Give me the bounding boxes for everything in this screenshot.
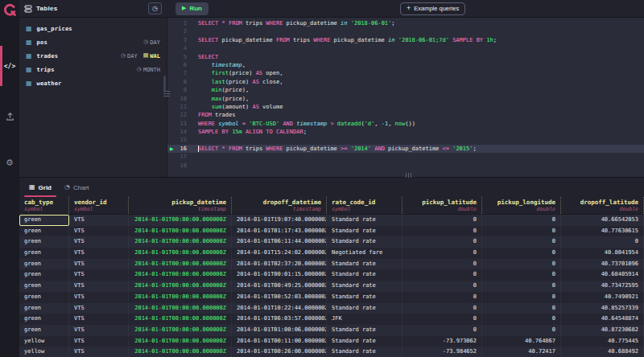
run-button[interactable]: ▶ Run [175, 2, 208, 15]
grid-cell[interactable]: 2014-01-01T01:17:43.000000Z [232, 226, 327, 237]
grid-cell[interactable]: 2014-01-01T00:00:00.000000Z [129, 259, 232, 270]
grid-cell[interactable]: 2014-01-01T01:00:06.000000Z [232, 325, 327, 336]
table-list-item[interactable]: ▦weather [19, 76, 167, 90]
grid-cell[interactable]: 0 [482, 269, 561, 281]
editor-line[interactable]: 4 [167, 44, 644, 52]
grid-cell[interactable]: 2014-01-01T00:49:25.000000Z [232, 281, 327, 292]
grid-cell[interactable]: 0 [482, 248, 561, 259]
grid-cell[interactable]: Standard rate [327, 336, 402, 347]
table-list-item[interactable]: ▦gas_prices [19, 22, 167, 35]
grid-cell[interactable]: VTS [69, 303, 129, 314]
editor-line[interactable]: 17 [167, 153, 644, 161]
editor-line[interactable]: 14SAMPLE BY 15m ALIGN TO CALENDAR; [167, 128, 644, 136]
grid-cell[interactable]: green [19, 236, 69, 248]
grid-cell[interactable]: 2014-01-01T00:00:00.000000Z [129, 347, 232, 357]
grid-cell[interactable]: 40.66542053 [561, 215, 644, 226]
grid-cell[interactable]: 2014-01-01T00:52:03.000000Z [232, 292, 327, 303]
grid-cell[interactable]: 40.68405914 [561, 269, 644, 281]
grid-cell[interactable]: Standard rate [327, 303, 402, 314]
grid-cell[interactable]: 2014-01-01T00:00:00.000000Z [129, 314, 232, 325]
sql-editor[interactable]: 1SELECT * FROM trips WHERE pickup_dateti… [167, 18, 644, 177]
grid-cell[interactable]: green [19, 269, 69, 281]
grid-cell[interactable]: 2014-01-01T15:24:02.000000Z [232, 248, 327, 259]
example-queries-button[interactable]: + Example queries [400, 2, 465, 15]
grid-cell[interactable]: VTS [69, 236, 129, 248]
editor-line[interactable]: 10 max(price), [167, 95, 644, 103]
editor-line[interactable]: 12FROM trades [167, 111, 644, 119]
grid-cell[interactable]: 40.87230682 [561, 325, 644, 336]
grid-cell[interactable]: yellow [19, 347, 69, 357]
grid-cell[interactable]: VTS [69, 336, 129, 347]
grid-cell[interactable]: VTS [69, 325, 129, 336]
grid-cell[interactable]: JFK [327, 314, 402, 325]
grid-cell[interactable]: VTS [69, 248, 129, 259]
grid-cell[interactable]: 40.775445 [561, 336, 644, 347]
editor-line[interactable]: 11 sum(amount) AS volume [167, 103, 644, 111]
grid-cell[interactable]: 2014-01-01T00:00:00.000000Z [129, 292, 232, 303]
grid-cell[interactable]: green [19, 325, 69, 336]
grid-cell[interactable]: 0 [482, 314, 561, 325]
grid-cell[interactable]: 40.64548874 [561, 314, 644, 325]
grid-cell[interactable]: 0 [402, 269, 482, 281]
console-nav-button[interactable]: </> [0, 46, 19, 86]
grid-cell[interactable]: -73.973062 [402, 336, 482, 347]
grid-cell[interactable]: 0 [482, 292, 561, 303]
grid-cell[interactable]: 0 [482, 259, 561, 270]
grid-cell[interactable]: 40.77630615 [561, 226, 644, 237]
panel-splitter-handle[interactable] [163, 91, 170, 96]
grid-cell[interactable]: 2014-01-01T10:22:44.000000Z [232, 303, 327, 314]
editor-line[interactable]: 7 first(price) AS open, [167, 69, 644, 77]
grid-cell[interactable]: green [19, 259, 69, 270]
grid-cell[interactable]: green [19, 281, 69, 292]
grid-cell[interactable]: 0 [402, 248, 482, 259]
grid-cell[interactable]: 2014-01-01T06:03:57.000000Z [232, 314, 327, 325]
editor-line[interactable]: 6 timestamp, [167, 61, 644, 69]
grid-cell[interactable]: 40.85257339 [561, 303, 644, 314]
grid-cell[interactable]: Negotiated fare [327, 248, 402, 259]
grid-cell[interactable]: 0 [482, 281, 561, 292]
editor-line[interactable]: 9 min(price), [167, 86, 644, 94]
grid-cell[interactable]: 2014-01-01T19:07:40.000000Z [232, 215, 327, 226]
grid-cell[interactable]: 0 [482, 325, 561, 336]
grid-cell[interactable]: 2014-01-01T00:00:00.000000Z [129, 215, 232, 226]
editor-line[interactable]: 5SELECT [167, 53, 644, 61]
grid-cell[interactable]: 2014-01-01T06:11:44.000000Z [232, 236, 327, 248]
grid-cell[interactable]: 2014-01-01T00:00:00.000000Z [129, 269, 232, 281]
grid-cell[interactable]: 0 [402, 314, 482, 325]
grid-cell[interactable]: 2014-01-01T00:00:00.000000Z [129, 325, 232, 336]
grid-cell[interactable]: 0 [402, 281, 482, 292]
settings-nav-button[interactable]: ⚙ [0, 153, 19, 172]
grid-cell[interactable]: Standard rate [327, 325, 402, 336]
grid-cell[interactable]: 0 [561, 236, 644, 248]
grid-cell[interactable]: 40.764867 [482, 336, 561, 347]
results-splitter-handle[interactable] [406, 173, 411, 178]
grid-cell[interactable]: 0 [402, 215, 482, 226]
grid-cell[interactable]: VTS [69, 281, 129, 292]
editor-line[interactable]: 1SELECT * FROM trips WHERE pickup_dateti… [167, 19, 644, 27]
grid-cell[interactable]: -73.984652 [402, 347, 482, 357]
grid-cell[interactable]: 2014-01-01T00:00:00.000000Z [129, 336, 232, 347]
grid-cell[interactable]: VTS [69, 347, 129, 357]
grid-cell[interactable]: Standard rate [327, 215, 402, 226]
grid-cell[interactable]: 2014-01-01T00:01:15.000000Z [232, 269, 327, 281]
grid-cell[interactable]: 2014-01-01T00:00:00.000000Z [129, 248, 232, 259]
grid-cell[interactable]: 0 [402, 236, 482, 248]
tables-scrollbar[interactable] [163, 76, 166, 92]
grid-cell[interactable]: Standard rate [327, 281, 402, 292]
editor-line[interactable]: 8 last(price) AS close, [167, 78, 644, 86]
grid-cell[interactable]: 40.73472595 [561, 281, 644, 292]
grid-cell[interactable]: VTS [69, 269, 129, 281]
grid-cell[interactable]: 0 [402, 292, 482, 303]
tab-chart[interactable]: ◔ Chart [58, 178, 96, 197]
grid-cell[interactable]: 40.72417 [482, 347, 561, 357]
grid-cell[interactable]: Standard rate [327, 347, 402, 357]
grid-cell[interactable]: 0 [402, 303, 482, 314]
grid-cell[interactable]: VTS [69, 314, 129, 325]
grid-cell[interactable]: 40.688492 [561, 347, 644, 357]
grid-cell[interactable]: 0 [482, 226, 561, 237]
editor-line[interactable]: 18 [167, 162, 644, 170]
import-nav-button[interactable] [0, 106, 19, 125]
table-list-item[interactable]: ▦trades◷DAY▤WAL [19, 49, 167, 63]
grid-cell[interactable]: VTS [69, 226, 129, 237]
editor-line[interactable]: ▶16SELECT * FROM trips WHERE pickup_date… [167, 145, 644, 153]
